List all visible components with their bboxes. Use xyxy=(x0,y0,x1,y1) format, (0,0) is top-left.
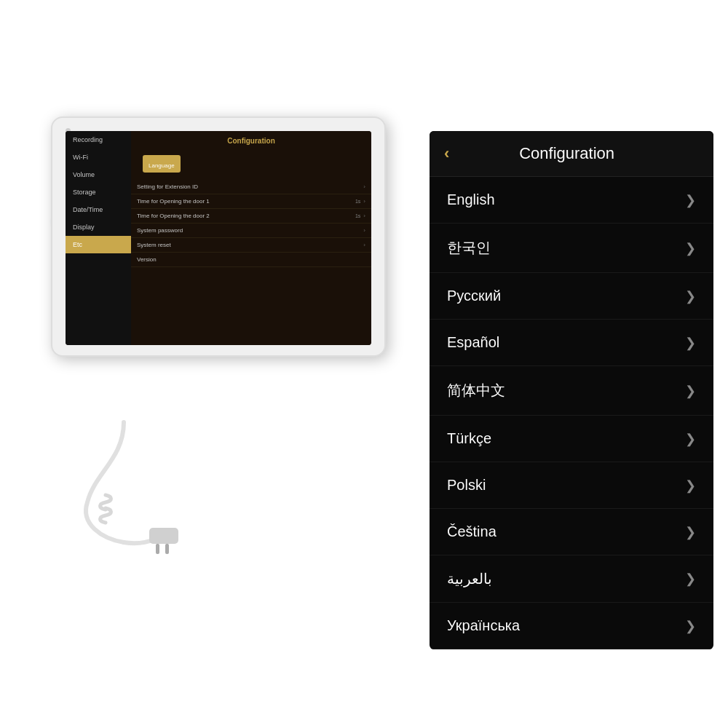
row-door1: Time for Opening the door 1 1s › xyxy=(131,194,371,209)
sidebar-storage: Storage xyxy=(66,183,131,201)
lang-item-spanish[interactable]: Español ❯ xyxy=(430,320,713,366)
lang-name-chinese: 简体中文 xyxy=(447,381,505,400)
lang-item-russian[interactable]: Русский ❯ xyxy=(430,273,713,320)
chevron-ukrainian: ❯ xyxy=(685,618,696,634)
chevron-russian: ❯ xyxy=(685,288,696,304)
sidebar-recording: Recording xyxy=(66,131,131,149)
row-extension-id: Setting for Extension ID › xyxy=(131,180,371,194)
chevron-chinese: ❯ xyxy=(685,383,696,399)
lang-name-korean: 한국인 xyxy=(447,238,491,258)
row-reset: System reset › xyxy=(131,238,371,253)
lang-name-polish: Polski xyxy=(447,477,486,494)
sidebar-volume: Volume xyxy=(66,166,131,183)
lang-item-english[interactable]: English ❯ xyxy=(430,177,713,223)
tablet-device: Recording Wi-Fi Volume Storage Date/Time… xyxy=(22,73,437,619)
row-door2: Time for Opening the door 2 1s › xyxy=(131,209,371,223)
lang-item-turkish[interactable]: Türkçe ❯ xyxy=(430,416,713,462)
sidebar-etc: Etc xyxy=(66,236,131,253)
lang-name-arabic: بالعربية xyxy=(447,570,492,587)
screen-config-title: Configuration xyxy=(131,131,371,149)
lang-panel-title: Configuration xyxy=(464,144,670,163)
row-version: Version xyxy=(131,253,371,267)
lang-item-ukrainian[interactable]: Українська ❯ xyxy=(430,603,713,649)
power-cable xyxy=(66,415,211,561)
lang-name-czech: Čeština xyxy=(447,523,496,540)
lang-item-chinese[interactable]: 简体中文 ❯ xyxy=(430,366,713,416)
chevron-english: ❯ xyxy=(685,192,696,208)
screen-sidebar: Recording Wi-Fi Volume Storage Date/Time… xyxy=(66,131,131,345)
sidebar-display: Display xyxy=(66,218,131,236)
lang-panel-header: ‹ Configuration xyxy=(430,131,713,177)
lang-name-english: English xyxy=(447,191,495,208)
lang-item-czech[interactable]: Čeština ❯ xyxy=(430,509,713,555)
lang-item-arabic[interactable]: بالعربية ❯ xyxy=(430,555,713,603)
sidebar-datetime: Date/Time xyxy=(66,201,131,218)
svg-rect-0 xyxy=(149,528,178,544)
lang-name-russian: Русский xyxy=(447,288,501,304)
tablet-screen: Recording Wi-Fi Volume Storage Date/Time… xyxy=(66,131,371,345)
chevron-arabic: ❯ xyxy=(685,571,696,587)
language-panel: ‹ Configuration English ❯ 한국인 ❯ Русский … xyxy=(430,131,713,649)
lang-name-ukrainian: Українська xyxy=(447,617,520,634)
svg-rect-2 xyxy=(165,544,169,554)
screen-main-content: Configuration Language Setting for Exten… xyxy=(131,131,371,345)
row-password: System password › xyxy=(131,223,371,238)
language-highlight: Language xyxy=(143,155,181,173)
chevron-spanish: ❯ xyxy=(685,335,696,351)
chevron-turkish: ❯ xyxy=(685,431,696,447)
tablet-body: Recording Wi-Fi Volume Storage Date/Time… xyxy=(51,116,386,357)
svg-rect-1 xyxy=(156,544,159,554)
lang-name-turkish: Türkçe xyxy=(447,430,491,447)
sidebar-wifi: Wi-Fi xyxy=(66,149,131,166)
lang-name-spanish: Español xyxy=(447,334,499,351)
chevron-czech: ❯ xyxy=(685,524,696,540)
chevron-polish: ❯ xyxy=(685,478,696,494)
chevron-korean: ❯ xyxy=(685,240,696,256)
back-button[interactable]: ‹ xyxy=(444,144,449,163)
lang-item-polish[interactable]: Polski ❯ xyxy=(430,462,713,509)
lang-item-korean[interactable]: 한국인 ❯ xyxy=(430,223,713,273)
